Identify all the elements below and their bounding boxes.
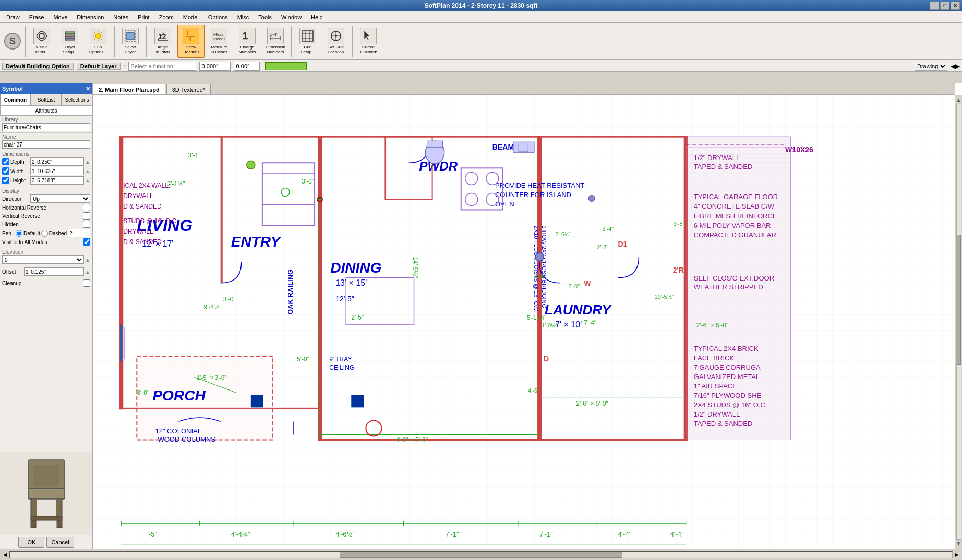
direction-select[interactable]: UpDownLeftRight (30, 194, 90, 203)
minimize-button[interactable]: — (930, 2, 939, 10)
panel-tab-softlist[interactable]: SoftList (31, 94, 62, 105)
show-fractions-button[interactable]: 14 ShowFractions (177, 25, 205, 58)
coord2-input[interactable] (234, 62, 260, 71)
svg-text:5'-0": 5'-0" (297, 356, 309, 363)
name-input[interactable] (2, 140, 90, 149)
svg-point-190 (247, 161, 255, 169)
close-button[interactable]: ✕ (951, 2, 960, 10)
svg-text:2'-1": 2'-1" (534, 273, 546, 279)
app-logo: S (4, 33, 21, 50)
tab-main-floor[interactable]: 2. Main Floor Plan.spd (93, 84, 165, 94)
horiz-reverse-label: Horizontal Reverse (2, 205, 82, 211)
svg-rect-77 (31, 516, 62, 520)
view-select[interactable]: Drawing 3D View (915, 62, 947, 71)
svg-text:4'-6" × 5'-0": 4'-6" × 5'-0" (395, 436, 428, 444)
horiz-reverse-checkbox[interactable] (83, 204, 90, 211)
svg-point-36 (335, 35, 337, 37)
layer-setup-button[interactable]: LayerSetup... (56, 25, 83, 58)
cleanup-checkbox[interactable] (83, 279, 90, 287)
menu-misc[interactable]: Misc (233, 13, 254, 21)
menu-notes[interactable]: Notes (109, 13, 133, 21)
panel-tab-selections[interactable]: Selections (62, 94, 92, 105)
measure-in-inches-button[interactable]: Meas.Inches Measurein Inches (206, 25, 233, 58)
panel-subtab-attributes[interactable]: Attributes (0, 105, 92, 116)
enlarge-numbers-button[interactable]: 1 EnlargeNumbers (234, 25, 261, 58)
scroll-right-btn[interactable]: ▶ (954, 552, 960, 557)
width-arrow: ▲ (85, 168, 90, 174)
right-scrollbar[interactable]: ▲ ▼ (955, 95, 962, 549)
scroll-left-btn[interactable]: ◀ (2, 552, 8, 557)
svg-rect-82 (221, 137, 223, 283)
menu-print[interactable]: Print (134, 13, 154, 21)
menu-move[interactable]: Move (49, 13, 71, 21)
offset-row: Offset ▲ (2, 267, 90, 276)
right-scroll-track[interactable] (956, 104, 961, 540)
select-layer-button[interactable]: SelectLayer (117, 25, 144, 58)
tab-3d-textured[interactable]: 3D Textured* (166, 84, 211, 94)
menu-model[interactable]: Model (179, 13, 203, 21)
svg-text:1: 1 (186, 31, 189, 36)
maximize-button[interactable]: □ (940, 2, 949, 10)
function-input[interactable] (128, 62, 196, 71)
grid-setup-button[interactable]: GridSetup... (294, 25, 321, 58)
status-indicator (265, 62, 307, 70)
svg-text:2'-8": 2'-8" (597, 244, 608, 250)
cancel-button[interactable]: Cancel (46, 537, 74, 548)
pen-value-input[interactable] (68, 229, 90, 237)
hidden-checkbox[interactable] (83, 221, 90, 228)
elevation-select[interactable]: 0 (2, 255, 84, 264)
right-up-arrow[interactable]: ▲ (956, 97, 961, 103)
svg-marker-37 (364, 31, 370, 40)
vert-reverse-checkbox[interactable] (83, 212, 90, 220)
view-arrows[interactable]: ◀▶ (951, 63, 960, 70)
height-checkbox[interactable] (2, 177, 9, 184)
svg-text:12: 12 (158, 32, 166, 41)
cursor-options-icon (360, 28, 377, 44)
width-checkbox[interactable] (2, 167, 9, 175)
menu-erase[interactable]: Erase (25, 13, 49, 21)
menu-window[interactable]: Window (277, 13, 306, 21)
layer-label: Default Layer (77, 63, 121, 70)
menu-dimension[interactable]: Dimension (73, 13, 108, 21)
width-input[interactable] (30, 167, 84, 175)
svg-text:4'-4¾": 4'-4¾" (231, 530, 250, 538)
set-grid-location-button[interactable]: Set GridLocation (322, 25, 350, 58)
left-panel-close[interactable]: ✕ (86, 86, 90, 92)
svg-point-0 (39, 33, 44, 39)
svg-text:DINING: DINING (330, 260, 381, 276)
canvas-area[interactable]: 2. Main Floor Plan.spd 3D Textured* (93, 83, 962, 549)
elevation-arrow: ▲ (85, 257, 90, 263)
svg-text:4'-4": 4'-4" (618, 530, 631, 538)
pen-dashed-radio[interactable] (41, 230, 48, 237)
height-row: Height ▲ (2, 176, 90, 185)
horizontal-scroll-track[interactable] (9, 551, 953, 558)
menu-tools[interactable]: Tools (254, 13, 276, 21)
menu-options[interactable]: Options (204, 13, 232, 21)
svg-rect-78 (33, 465, 59, 486)
menu-zoom[interactable]: Zoom (155, 13, 178, 21)
offset-input[interactable] (24, 267, 84, 276)
svg-text:3'-1½": 3'-1½" (167, 180, 185, 188)
ok-button[interactable]: OK (18, 537, 44, 548)
coord1-input[interactable] (199, 62, 231, 71)
vert-reverse-row: Vertical Reverse (2, 212, 90, 220)
sun-options-button[interactable]: SunOptions... (85, 25, 112, 58)
elevation-label: Elevation (2, 249, 90, 255)
svg-line-10 (101, 39, 102, 40)
angle-in-pitch-button[interactable]: 12 Anglein Pitch (149, 25, 176, 58)
dimension-numbers-button[interactable]: 1-4" DimensionNumbers (262, 25, 289, 58)
cursor-options-button[interactable]: CursorOptions▾ (355, 25, 382, 58)
height-input[interactable] (30, 176, 84, 185)
visible-items-button[interactable]: VisibleItems... (28, 25, 55, 58)
panel-tab-common[interactable]: Common (0, 94, 31, 105)
menu-help[interactable]: Help (307, 13, 327, 21)
depth-checkbox[interactable] (2, 158, 9, 165)
depth-input[interactable] (30, 157, 84, 166)
right-down-arrow[interactable]: ▼ (956, 541, 961, 546)
width-label: Width (10, 168, 29, 174)
menu-draw[interactable]: Draw (2, 13, 24, 21)
pen-default-radio[interactable] (16, 230, 22, 237)
visible-modes-checkbox[interactable] (83, 238, 90, 246)
layer-setup-icon (62, 28, 78, 44)
library-input[interactable] (2, 123, 90, 131)
